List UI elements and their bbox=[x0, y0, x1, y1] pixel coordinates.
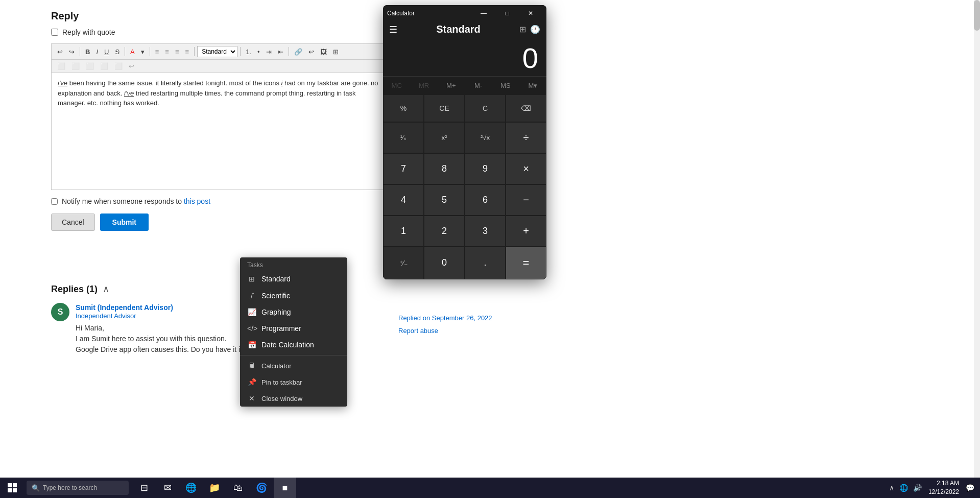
calc-3-button[interactable]: 3 bbox=[465, 216, 506, 247]
calc-6-button[interactable]: 6 bbox=[465, 184, 506, 216]
calc-mc-button[interactable]: MC bbox=[383, 77, 410, 94]
calc-divide-button[interactable]: ÷ bbox=[506, 122, 546, 153]
calc-history-button[interactable]: 🕐 bbox=[530, 25, 540, 34]
toolbar-table[interactable]: ⊞ bbox=[330, 47, 341, 57]
toolbar-align-center[interactable]: ≡ bbox=[162, 47, 172, 57]
calc-4-button[interactable]: 4 bbox=[383, 184, 424, 216]
toolbar-bold[interactable]: B bbox=[83, 47, 92, 57]
calc-ce-button[interactable]: CE bbox=[424, 94, 465, 122]
toolbar-r2-btn3[interactable]: ⬜ bbox=[83, 61, 97, 71]
calc-menu-button[interactable]: ☰ bbox=[389, 24, 397, 35]
toolbar-strikethrough[interactable]: S bbox=[112, 47, 122, 57]
toolbar-r2-btn6[interactable]: ↩ bbox=[126, 61, 137, 71]
calc-negate-button[interactable]: ⁺∕₋ bbox=[383, 247, 424, 279]
ctx-item-pin[interactable]: 📌 Pin to taskbar bbox=[240, 374, 347, 390]
calc-mminus-button[interactable]: M- bbox=[465, 77, 492, 94]
toolbar-font-color[interactable]: A bbox=[128, 47, 137, 57]
taskbar-search[interactable]: 🔍 Type here to search bbox=[27, 481, 129, 495]
submit-button[interactable]: Submit bbox=[100, 214, 149, 231]
calc-1-button[interactable]: 1 bbox=[383, 216, 424, 247]
calc-decimal-button[interactable]: . bbox=[465, 247, 506, 279]
calc-reciprocal-button[interactable]: ¹∕ₓ bbox=[383, 122, 424, 153]
cancel-button[interactable]: Cancel bbox=[51, 214, 95, 231]
ctx-item-graphing[interactable]: 📈 Graphing bbox=[240, 304, 347, 320]
toolbar-r2-btn2[interactable]: ⬜ bbox=[69, 61, 82, 71]
notify-checkbox[interactable] bbox=[51, 198, 58, 205]
toolbar-font-color-dropdown[interactable]: ▾ bbox=[138, 47, 147, 57]
replied-date[interactable]: Replied on September 26, 2022 bbox=[398, 314, 492, 322]
toolbar-align-left[interactable]: ≡ bbox=[153, 47, 162, 57]
toolbar-link[interactable]: 🔗 bbox=[292, 47, 305, 57]
calc-ms-button[interactable]: MS bbox=[492, 77, 519, 94]
calc-9-button[interactable]: 9 bbox=[465, 153, 506, 184]
ctx-item-scientific[interactable]: 𝑓 Scientific bbox=[240, 287, 347, 304]
toolbar-image[interactable]: 🖼 bbox=[318, 47, 329, 57]
reply-with-quote-checkbox[interactable] bbox=[51, 29, 58, 36]
ctx-item-date[interactable]: 📅 Date Calculation bbox=[240, 337, 347, 353]
toolbar-link2[interactable]: ↩ bbox=[306, 47, 317, 57]
taskbar-chevron-icon[interactable]: ∧ bbox=[888, 484, 896, 492]
calc-mplus-button[interactable]: M+ bbox=[438, 77, 465, 94]
toolbar-r2-btn5[interactable]: ⬜ bbox=[112, 61, 125, 71]
pin-icon: 📌 bbox=[247, 378, 256, 386]
notify-link[interactable]: this post bbox=[184, 197, 210, 205]
ctx-item-calculator[interactable]: 🖩 Calculator bbox=[240, 358, 347, 374]
taskbar-app-store[interactable]: 🛍 bbox=[227, 478, 249, 498]
calc-close-button[interactable]: ✕ bbox=[519, 5, 542, 21]
calc-percent-button[interactable]: % bbox=[383, 94, 424, 122]
calc-compact-view-button[interactable]: ⊞ bbox=[519, 25, 526, 34]
calc-multiply-button[interactable]: × bbox=[506, 153, 546, 184]
calc-add-button[interactable]: + bbox=[506, 216, 546, 247]
taskbar-app-edge[interactable]: 🌀 bbox=[250, 478, 273, 498]
taskbar-volume-icon[interactable]: 🔊 bbox=[912, 484, 923, 492]
calc-8-button[interactable]: 8 bbox=[424, 153, 465, 184]
calc-2-button[interactable]: 2 bbox=[424, 216, 465, 247]
ctx-item-close[interactable]: ✕ Close window bbox=[240, 390, 347, 407]
calc-display: 0 bbox=[383, 37, 546, 76]
calc-equals-button[interactable]: = bbox=[506, 247, 546, 279]
taskbar-time[interactable]: 2:18 AM 12/12/2022 bbox=[925, 479, 962, 496]
toolbar-justify[interactable]: ≡ bbox=[183, 47, 192, 57]
toolbar-underline[interactable]: U bbox=[102, 47, 111, 57]
calc-sqrt-button[interactable]: ²√x bbox=[465, 122, 506, 153]
calc-7-button[interactable]: 7 bbox=[383, 153, 424, 184]
taskbar-app-explorer[interactable]: 📁 bbox=[203, 478, 226, 498]
calc-square-button[interactable]: x² bbox=[424, 122, 465, 153]
calc-maximize-button[interactable]: □ bbox=[495, 5, 519, 21]
calc-header-icons: ⊞ 🕐 bbox=[519, 25, 540, 34]
toolbar-italic[interactable]: I bbox=[93, 47, 101, 57]
scrollbar-thumb[interactable] bbox=[974, 0, 980, 31]
calc-5-button[interactable]: 5 bbox=[424, 184, 465, 216]
toolbar-indent[interactable]: ⇥ bbox=[264, 47, 274, 57]
toolbar-undo[interactable]: ↩ bbox=[55, 47, 65, 57]
calc-minimize-button[interactable]: — bbox=[472, 5, 495, 21]
calc-backspace-button[interactable]: ⌫ bbox=[506, 94, 546, 122]
report-abuse-link[interactable]: Report abuse bbox=[398, 327, 438, 335]
ctx-item-standard[interactable]: ⊞ Standard bbox=[240, 271, 347, 287]
taskbar-notification-icon[interactable]: 💬 bbox=[964, 484, 976, 492]
calc-mr-button[interactable]: MR bbox=[410, 77, 437, 94]
toolbar-ordered-list[interactable]: 1. bbox=[243, 47, 254, 57]
start-button[interactable] bbox=[0, 478, 25, 498]
replies-collapse-button[interactable]: ∧ bbox=[103, 283, 109, 295]
taskbar-app-mail[interactable]: ✉ bbox=[156, 478, 179, 498]
reply-author-link[interactable]: Sumit (Independent Advisor) bbox=[76, 303, 173, 312]
calc-0-button[interactable]: 0 bbox=[424, 247, 465, 279]
toolbar-unordered-list[interactable]: • bbox=[255, 47, 262, 57]
scrollbar[interactable] bbox=[974, 0, 980, 478]
calc-subtract-button[interactable]: − bbox=[506, 184, 546, 216]
toolbar-r2-btn4[interactable]: ⬜ bbox=[98, 61, 111, 71]
ctx-item-programmer[interactable]: </> Programmer bbox=[240, 320, 347, 337]
taskbar-app-dark[interactable]: ■ bbox=[274, 478, 296, 498]
taskbar-app-browser1[interactable]: 🌐 bbox=[180, 478, 202, 498]
toolbar-align-right[interactable]: ≡ bbox=[173, 47, 182, 57]
toolbar-redo[interactable]: ↪ bbox=[66, 47, 77, 57]
calc-c-button[interactable]: C bbox=[465, 94, 506, 122]
toolbar-style-select[interactable]: Standard bbox=[197, 46, 237, 57]
taskbar-app-task-view[interactable]: ⊟ bbox=[133, 478, 155, 498]
editor-area[interactable]: i've been having the same issue. it lite… bbox=[51, 73, 388, 190]
toolbar-r2-btn1[interactable]: ⬜ bbox=[55, 61, 68, 71]
toolbar-outdent[interactable]: ⇤ bbox=[275, 47, 286, 57]
calc-mrecall-button[interactable]: M▾ bbox=[519, 77, 546, 94]
taskbar-network-icon[interactable]: 🌐 bbox=[898, 484, 910, 492]
